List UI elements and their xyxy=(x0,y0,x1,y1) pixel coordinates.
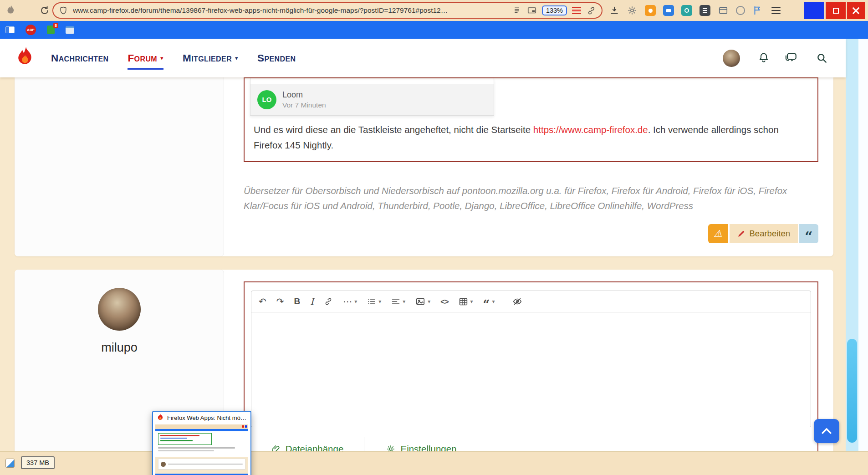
nav-spenden[interactable]: Spenden xyxy=(257,39,296,77)
scrollbar-thumb[interactable] xyxy=(847,339,857,443)
mini-avatar xyxy=(161,462,166,467)
pencil-icon xyxy=(737,230,745,238)
url-bar[interactable]: www.camp-firefox.de/forum/thema/139867-f… xyxy=(52,2,602,19)
quote-button[interactable]: “ xyxy=(799,224,818,243)
quote-icon: “ xyxy=(483,301,490,307)
chevron-down-icon: ▾ xyxy=(403,298,405,305)
forum-post: LO Loom Vor 7 Minuten Und es wird diese … xyxy=(15,77,833,256)
chevron-down-icon: ▾ xyxy=(428,298,430,305)
user-avatar[interactable] xyxy=(723,50,740,67)
close-button[interactable] xyxy=(847,2,865,19)
extension-icon[interactable] xyxy=(681,5,692,16)
post-text: Und es wird diese an die Tastkleiste ang… xyxy=(254,124,533,135)
bookmark-icon[interactable] xyxy=(66,26,74,34)
list-button[interactable]: ▾ xyxy=(367,297,381,306)
nav-mitglieder[interactable]: Mitglieder▾ xyxy=(183,39,238,77)
mini-post-card xyxy=(158,459,245,470)
scro ll-to-top-button[interactable] xyxy=(814,419,839,443)
zoom-indicator[interactable]: 133% xyxy=(542,5,567,15)
preview-header: Firefox Web Apps: Nicht mögli… xyxy=(153,412,250,424)
restore-button[interactable] xyxy=(826,2,846,19)
extension-icon[interactable] xyxy=(700,5,710,16)
camp-firefox-logo[interactable] xyxy=(16,46,35,69)
post-link[interactable]: https://www.camp-firefox.de xyxy=(533,124,648,135)
extension-badge-icon[interactable]: 8 xyxy=(47,26,55,34)
post-signature: Übersetzer für Obersorbisch und Niederso… xyxy=(244,183,817,213)
redo-button[interactable]: ↷ xyxy=(276,296,284,307)
firefox-window: www.camp-firefox.de/forum/thema/139867-f… xyxy=(0,0,868,475)
quoted-post[interactable]: LO Loom Vor 7 Minuten xyxy=(250,78,494,116)
adblock-plus-icon[interactable]: ABP xyxy=(26,25,36,35)
link-shortcut-icon[interactable] xyxy=(586,5,596,15)
reload-button[interactable] xyxy=(39,5,50,16)
edit-button[interactable]: Bearbeiten xyxy=(730,224,798,243)
extension-icon[interactable] xyxy=(718,5,729,16)
toolbar-extensions xyxy=(609,4,781,17)
more-formatting-button[interactable]: ⋯▾ xyxy=(343,296,357,307)
chevron-down-icon: ▾ xyxy=(160,55,163,61)
nav-label: Forum xyxy=(128,52,157,64)
link-button[interactable] xyxy=(324,297,333,306)
adblock-stripes-icon[interactable] xyxy=(572,7,581,15)
extension-icon[interactable] xyxy=(736,6,745,15)
user-avatar-large[interactable] xyxy=(98,288,141,331)
bold-button[interactable]: B xyxy=(294,296,301,306)
report-button[interactable]: ⚠ xyxy=(708,224,728,243)
username[interactable]: milupo xyxy=(15,341,224,355)
quote-attribution: LO Loom Vor 7 Minuten xyxy=(250,84,494,115)
chevron-down-icon: ▾ xyxy=(235,55,238,61)
table-button[interactable]: ▾ xyxy=(459,297,473,306)
mini-content xyxy=(155,431,248,457)
nav-nachrichten[interactable]: Nachrichten xyxy=(51,39,108,77)
tray-icon[interactable] xyxy=(5,459,15,468)
undo-button[interactable]: ↶ xyxy=(259,296,266,307)
rich-text-editor: ↶ ↷ B I ⋯▾ ▾ ▾ xyxy=(251,291,811,427)
abp-label: ABP xyxy=(27,28,34,32)
editor-toolbar: ↶ ↷ B I ⋯▾ ▾ ▾ xyxy=(251,291,811,312)
extension-icon[interactable] xyxy=(645,5,656,16)
hide-preview-button[interactable] xyxy=(512,296,522,306)
flag-icon[interactable] xyxy=(752,5,762,15)
insert-image-button[interactable]: ▾ xyxy=(415,296,430,306)
shield-permissions-icon[interactable] xyxy=(59,6,68,15)
search-icon[interactable] xyxy=(815,51,828,64)
firefox-icon xyxy=(157,414,164,422)
browser-toolbar: www.camp-firefox.de/forum/thema/139867-f… xyxy=(0,0,868,21)
italic-button[interactable]: I xyxy=(310,296,314,307)
quote-author-avatar[interactable]: LO xyxy=(257,90,276,109)
warning-icon: ⚠ xyxy=(714,228,722,239)
downloads-button[interactable] xyxy=(609,5,619,15)
messages-icon[interactable] xyxy=(783,51,798,65)
align-button[interactable]: ▾ xyxy=(391,297,405,306)
blockquote-button[interactable]: “▾ xyxy=(483,298,495,305)
nav-label: Spenden xyxy=(257,52,296,64)
nav-label: Nachrichten xyxy=(51,52,108,64)
bookmark-icon[interactable] xyxy=(5,26,15,33)
minimize-button[interactable] xyxy=(804,2,824,19)
quote-meta: Loom Vor 7 Minuten xyxy=(282,90,326,109)
chevron-down-icon: ▾ xyxy=(354,298,357,305)
mini-highlight-box xyxy=(158,433,212,445)
ellipsis-icon: ⋯ xyxy=(343,296,352,307)
tab-preview-popup[interactable]: Firefox Web Apps: Nicht mögli… xyxy=(152,411,251,475)
scrollbar-track[interactable] xyxy=(846,39,858,475)
url-text[interactable]: www.camp-firefox.de/forum/thema/139867-f… xyxy=(73,6,451,15)
window-controls xyxy=(804,2,865,19)
code-button[interactable]: <> xyxy=(440,297,448,306)
picture-in-picture-icon[interactable] xyxy=(527,5,537,15)
menu-button[interactable] xyxy=(771,7,781,15)
extension-icon[interactable] xyxy=(663,5,674,16)
nav-label: Mitglieder xyxy=(183,52,232,64)
chevron-down-icon: ▾ xyxy=(378,298,381,305)
bookmarks-bar: ABP 8 xyxy=(0,21,868,39)
chevron-down-icon: ▾ xyxy=(470,298,473,305)
taskbar: 337 MB xyxy=(0,451,868,475)
tab-preview-thumbnail[interactable] xyxy=(155,424,248,475)
main-nav: Nachrichten Forum▾ Mitglieder▾ Spenden xyxy=(51,39,296,77)
notifications-bell-icon[interactable] xyxy=(757,51,770,65)
reader-mode-icon[interactable] xyxy=(512,5,522,15)
post-body: Und es wird diese an die Tastkleiste ang… xyxy=(254,122,805,153)
nav-forum[interactable]: Forum▾ xyxy=(128,39,163,77)
extension-icon[interactable] xyxy=(627,5,638,16)
editor-textarea[interactable] xyxy=(251,312,811,427)
